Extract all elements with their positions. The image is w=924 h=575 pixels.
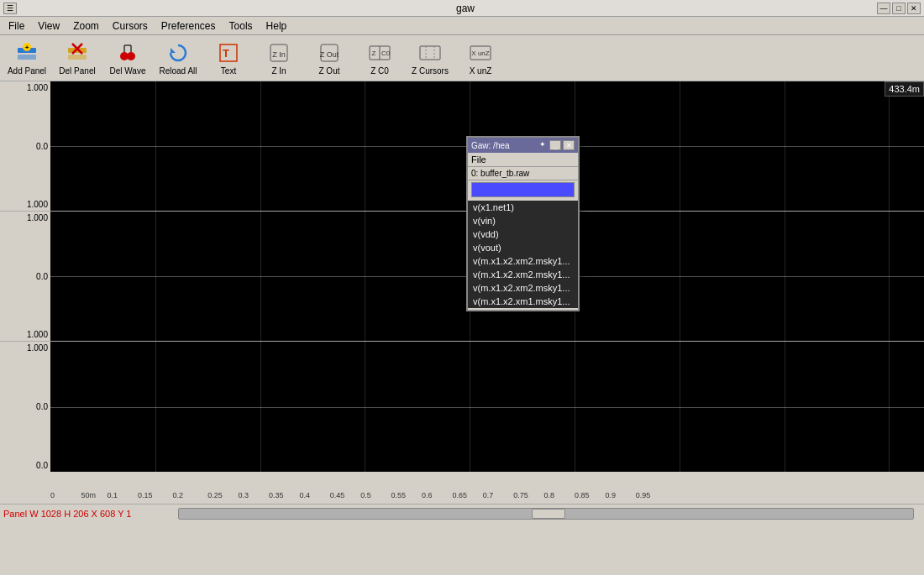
x-label-0: 0 xyxy=(50,491,55,499)
y-bot-3: 0.0 xyxy=(3,461,48,470)
floating-dialog: Gaw: /hea ✦ _ ✕ File 0: buffer_tb.raw v(… xyxy=(466,136,580,311)
list-item[interactable]: v(vout) xyxy=(468,241,578,254)
svg-rect-5 xyxy=(68,55,87,60)
z-in-label: Z In xyxy=(271,66,286,76)
z-cursors-icon xyxy=(418,41,442,65)
x-label-08: 0.8 xyxy=(544,491,555,499)
panel-3: 1.000 0.0 0.0 xyxy=(0,342,924,472)
z-cursors-label: Z Cursors xyxy=(412,66,449,76)
list-item[interactable]: v(m.x1.x2.xm2.msky1... xyxy=(468,268,578,281)
dialog-icon: ✦ xyxy=(539,140,546,150)
list-item[interactable]: v(m.x1.x2.xm1.msky1... xyxy=(468,295,578,308)
x-label-085: 0.85 xyxy=(575,491,590,499)
x-label-035: 0.35 xyxy=(269,491,284,499)
dialog-titlebar[interactable]: Gaw: /hea ✦ _ ✕ xyxy=(468,138,578,153)
x-label-06: 0.6 xyxy=(422,491,433,499)
panel-1: 1.000 0.0 1.000 xyxy=(0,81,924,212)
svg-point-9 xyxy=(127,52,135,60)
z-in-button[interactable]: Z In Z In xyxy=(255,37,302,79)
wave-canvas-3[interactable] xyxy=(50,342,924,472)
svg-text:C0: C0 xyxy=(381,50,391,57)
toolbar: + Add Panel Del Panel Del Wav xyxy=(0,35,924,81)
list-item[interactable]: v(m.x1.x2.xm2.msky1... xyxy=(468,254,578,268)
scrollbar-container xyxy=(178,508,914,520)
z-out-button[interactable]: Z Out Z Out xyxy=(306,37,353,79)
x-label-50m: 50m xyxy=(81,491,96,499)
x-label-05: 0.5 xyxy=(360,491,371,499)
menu-cursors[interactable]: Cursors xyxy=(106,18,155,34)
svg-text:X unZ: X unZ xyxy=(471,50,489,57)
x-label-055: 0.55 xyxy=(391,491,407,499)
reload-all-icon xyxy=(166,41,190,65)
del-panel-label: Del Panel xyxy=(59,66,95,76)
add-panel-button[interactable]: + Add Panel xyxy=(3,37,50,79)
status-text: Panel W 1028 H 206 X 608 Y 1 xyxy=(3,509,171,519)
menu-help[interactable]: Help xyxy=(260,18,294,34)
x-unz-icon: X unZ xyxy=(469,41,492,65)
text-button[interactable]: T Text xyxy=(205,37,252,79)
x-unz-label: X unZ xyxy=(470,66,492,76)
text-label: Text xyxy=(221,66,236,76)
z-c0-icon: Z C0 xyxy=(368,41,391,65)
list-item[interactable]: v(vdd) xyxy=(468,227,578,241)
svg-text:Z: Z xyxy=(372,50,376,57)
del-panel-button[interactable]: Del Panel xyxy=(54,37,101,79)
maximize-button[interactable]: □ xyxy=(892,3,906,14)
minimize-button[interactable]: — xyxy=(877,3,890,14)
z-out-label: Z Out xyxy=(318,66,339,76)
dialog-list: v(x1.net1) v(vin) v(vdd) v(vout) v(m.x1.… xyxy=(468,201,578,308)
menu-zoom[interactable]: Zoom xyxy=(66,18,106,34)
add-panel-label: Add Panel xyxy=(8,66,46,76)
z-cursors-button[interactable]: Z Cursors xyxy=(407,37,454,79)
reload-all-button[interactable]: Reload All xyxy=(155,37,202,79)
del-wave-button[interactable]: Del Wave xyxy=(104,37,151,79)
menu-tools[interactable]: Tools xyxy=(223,18,260,34)
list-item[interactable]: v(vin) xyxy=(468,214,578,227)
titlebar: ☰ gaw — □ ✕ xyxy=(0,0,924,17)
y-top-3: 1.000 xyxy=(3,343,48,353)
dialog-title: Gaw: /hea xyxy=(471,141,510,150)
x-label-025: 0.25 xyxy=(207,491,223,499)
y-axis-2: 1.000 0.0 1.000 xyxy=(0,212,50,341)
svg-text:+: + xyxy=(25,44,29,51)
window-title: gaw xyxy=(54,3,877,14)
xaxis: 0 50m 0.1 0.15 0.2 0.25 0.3 0.35 0.4 0.4… xyxy=(50,491,924,504)
dialog-file-item: 0: buffer_tb.raw xyxy=(471,169,529,178)
menu-file[interactable]: File xyxy=(2,18,31,34)
y-axis-1: 1.000 0.0 1.000 xyxy=(0,81,50,211)
menu-button[interactable]: ☰ xyxy=(3,3,17,14)
del-wave-label: Del Wave xyxy=(110,66,146,76)
z-in-icon: Z In xyxy=(267,41,291,65)
z-c0-button[interactable]: Z C0 Z C0 xyxy=(356,37,403,79)
dialog-close-button[interactable]: ✕ xyxy=(563,140,575,150)
menu-view[interactable]: View xyxy=(31,18,66,34)
svg-rect-1 xyxy=(18,55,36,60)
y-top-2: 1.000 xyxy=(3,213,48,222)
close-button[interactable]: ✕ xyxy=(907,3,921,14)
scrollbar-thumb[interactable] xyxy=(532,509,565,519)
y-mid-2: 0.0 xyxy=(3,272,48,281)
dialog-search-row xyxy=(468,180,578,199)
svg-text:T: T xyxy=(223,47,229,60)
list-item[interactable]: v(x1.net1) xyxy=(468,201,578,214)
y-bot-2: 1.000 xyxy=(3,330,48,339)
y-mid-1: 0.0 xyxy=(3,142,48,151)
main-area: 433.4m 1.000 0.0 1.000 1.000 0.0 1.000 xyxy=(0,81,924,504)
menubar: File View Zoom Cursors Preferences Tools… xyxy=(0,17,924,35)
x-label-075: 0.75 xyxy=(513,491,528,499)
x-label-01: 0.1 xyxy=(108,491,118,499)
dialog-menu[interactable]: File xyxy=(468,153,578,166)
y-axis-3: 1.000 0.0 0.0 xyxy=(0,342,50,472)
x-label-04: 0.4 xyxy=(299,491,310,499)
x-unz-button[interactable]: X unZ X unZ xyxy=(457,37,504,79)
dialog-file-menu: File xyxy=(471,154,486,165)
add-panel-icon: + xyxy=(15,41,39,65)
x-label-095: 0.95 xyxy=(636,491,651,499)
dialog-search-input[interactable] xyxy=(471,182,575,197)
svg-rect-24 xyxy=(420,46,440,60)
menu-preferences[interactable]: Preferences xyxy=(155,18,223,34)
list-item[interactable]: v(m.x1.x2.xm2.msky1... xyxy=(468,281,578,295)
dialog-minimize-button[interactable]: _ xyxy=(549,140,561,150)
x-label-07: 0.7 xyxy=(483,491,494,499)
x-label-045: 0.45 xyxy=(330,491,345,499)
